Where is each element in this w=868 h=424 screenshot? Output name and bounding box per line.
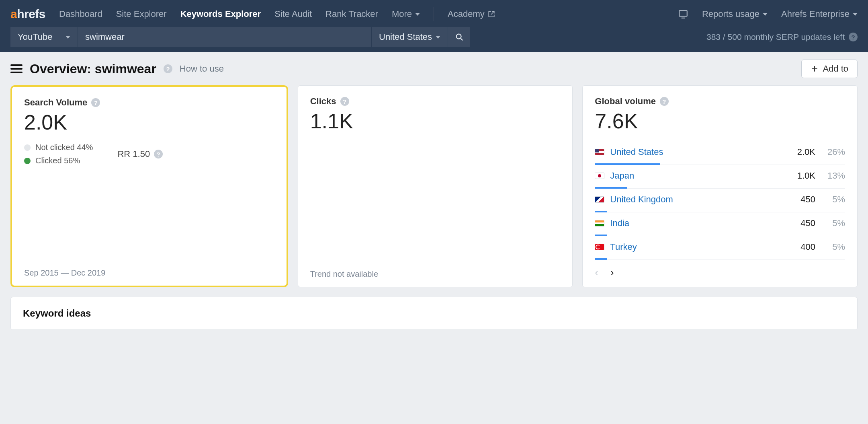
chevron-down-icon: [66, 36, 70, 39]
flag-icon: [595, 173, 604, 179]
nav-dashboard[interactable]: Dashboard: [59, 9, 102, 19]
serp-updates: 383 / 500 monthly SERP updates left ?: [706, 32, 858, 42]
svg-rect-0: [679, 10, 687, 16]
keyword-input[interactable]: [78, 27, 371, 47]
divider: [105, 142, 105, 166]
flag-icon: [595, 149, 604, 155]
nav-academy-label: Academy: [448, 9, 485, 19]
gv-row[interactable]: India4505%: [595, 212, 845, 236]
divider: [434, 7, 434, 21]
nav-keywords-explorer[interactable]: Keywords Explorer: [180, 9, 261, 19]
nav-academy[interactable]: Academy: [448, 9, 495, 19]
gv-country[interactable]: India: [610, 218, 782, 228]
gv-country[interactable]: Turkey: [610, 242, 782, 252]
help-icon[interactable]: ?: [660, 97, 669, 106]
gv-volume: 400: [787, 242, 815, 252]
gv-country[interactable]: United Kingdom: [610, 194, 782, 205]
nav-more[interactable]: More: [392, 9, 420, 19]
overview-header: Overview: swimwear ? How to use Add to: [10, 60, 858, 78]
logo[interactable]: ahrefs: [10, 7, 45, 21]
chevron-down-icon: [853, 13, 858, 16]
flag-icon: [595, 196, 604, 203]
dot-icon: [24, 158, 31, 164]
legend-not-clicked: Not clicked 44%: [24, 143, 93, 152]
svg-point-1: [456, 34, 461, 39]
chevron-down-icon: [436, 36, 440, 39]
how-to-use-link[interactable]: How to use: [180, 64, 224, 74]
gv-percent: 5%: [821, 218, 845, 228]
gv-bar: [595, 258, 607, 260]
external-link-icon: [488, 10, 495, 18]
help-icon[interactable]: ?: [340, 97, 349, 106]
card-title: Clicks: [310, 96, 336, 107]
legend-clicked: Clicked 56%: [24, 156, 93, 165]
gv-volume: 450: [787, 194, 815, 205]
return-rate: RR 1.50?: [117, 149, 163, 159]
monitor-icon[interactable]: [678, 9, 688, 19]
pager: ‹ ›: [595, 260, 845, 279]
nav-reports-label: Reports usage: [702, 9, 760, 19]
add-to-label: Add to: [823, 64, 848, 74]
search-button[interactable]: [448, 27, 470, 47]
gv-row[interactable]: United States2.0K26%: [595, 141, 845, 165]
dot-icon: [24, 144, 31, 151]
date-range: Sep 2015 — Dec 2019: [24, 268, 274, 278]
gv-country[interactable]: Japan: [610, 171, 782, 181]
gv-percent: 5%: [821, 194, 845, 205]
country-select-value: United States: [379, 32, 432, 42]
nav-rank-tracker[interactable]: Rank Tracker: [326, 9, 378, 19]
gv-volume: 1.0K: [787, 171, 815, 181]
card-search-volume: Search Volume? 2.0K Not clicked 44% Clic…: [10, 85, 288, 287]
global-volume-list: United States2.0K26%Japan1.0K13%United K…: [595, 141, 845, 260]
search-volume-chart: [24, 190, 274, 263]
gv-volume: 2.0K: [787, 147, 815, 157]
card-clicks: Clicks? 1.1K Trend not available: [298, 85, 573, 287]
serp-updates-text: 383 / 500 monthly SERP updates left: [706, 32, 845, 42]
nav-site-audit[interactable]: Site Audit: [274, 9, 312, 19]
gv-percent: 5%: [821, 242, 845, 252]
nav-account-label: Ahrefs Enterprise: [781, 9, 850, 19]
card-keyword-ideas: Keyword ideas: [10, 297, 858, 330]
nav-account[interactable]: Ahrefs Enterprise: [781, 9, 858, 19]
gv-row[interactable]: Turkey4005%: [595, 236, 845, 260]
gv-percent: 13%: [821, 171, 845, 181]
nav-site-explorer[interactable]: Site Explorer: [116, 9, 167, 19]
chevron-down-icon: [763, 13, 768, 16]
card-title: Search Volume: [24, 97, 87, 108]
help-icon[interactable]: ?: [164, 64, 172, 73]
search-volume-value: 2.0K: [24, 110, 274, 134]
gv-volume: 450: [787, 218, 815, 228]
clicks-chart: [310, 191, 561, 264]
chevron-down-icon: [415, 13, 420, 16]
trend-note: Trend not available: [310, 270, 561, 279]
plus-icon: [811, 65, 819, 73]
country-select[interactable]: United States: [371, 27, 448, 47]
pager-next[interactable]: ›: [610, 266, 614, 279]
help-icon[interactable]: ?: [849, 33, 858, 41]
nav-reports-usage[interactable]: Reports usage: [702, 9, 768, 19]
engine-select-value: YouTube: [18, 32, 52, 42]
top-nav: ahrefs Dashboard Site Explorer Keywords …: [0, 0, 868, 28]
card-global-volume: Global volume? 7.6K United States2.0K26%…: [582, 85, 858, 287]
help-icon[interactable]: ?: [91, 98, 100, 107]
nav-more-label: More: [392, 9, 412, 19]
page-title: Overview: swimwear: [30, 62, 156, 76]
global-volume-value: 7.6K: [595, 109, 845, 133]
search-bar: YouTube United States 383 / 500 monthly …: [0, 28, 868, 52]
flag-icon: [595, 244, 604, 250]
add-to-button[interactable]: Add to: [801, 60, 858, 78]
gv-row[interactable]: United Kingdom4505%: [595, 189, 845, 212]
card-title: Global volume: [595, 96, 656, 107]
clicks-value: 1.1K: [310, 109, 561, 133]
flag-icon: [595, 220, 604, 226]
gv-percent: 26%: [821, 147, 845, 157]
keyword-ideas-title: Keyword ideas: [23, 308, 91, 319]
engine-select[interactable]: YouTube: [10, 27, 78, 47]
help-icon[interactable]: ?: [154, 150, 163, 158]
pager-prev: ‹: [595, 266, 598, 279]
menu-toggle[interactable]: [10, 64, 23, 73]
gv-row[interactable]: Japan1.0K13%: [595, 165, 845, 189]
gv-country[interactable]: United States: [610, 147, 782, 157]
